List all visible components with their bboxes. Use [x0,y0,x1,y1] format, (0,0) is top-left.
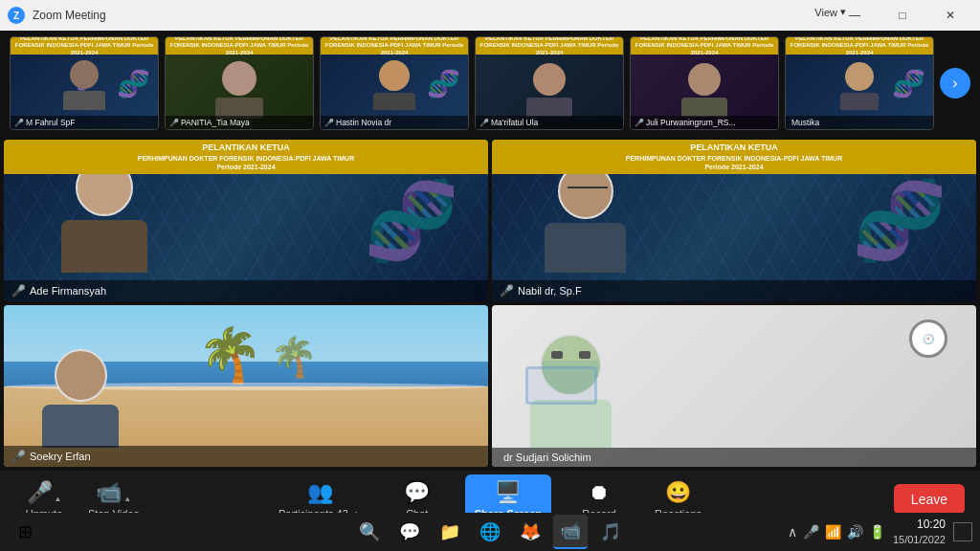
nabil-name-bar: 🎤 Nabil dr, Sp.F [492,280,976,301]
main-content: 🧬 PELANTIKAN KETUA PERHIMPUNAN DOKTER FO… [0,31,980,471]
video-arrow-icon: ▲ [123,495,131,503]
unmute-arrow-icon: ▲ [55,495,62,503]
chat-taskbar-icon: 💬 [399,521,420,542]
video-tile-sudjari[interactable]: 🕙 d [492,305,976,467]
video-icon: 📹 [96,480,122,505]
thumb-fahrul-name: 🎤 M Fahrul SpF [11,116,158,129]
participants-icon: 👥 [307,480,333,505]
nabil-name: Nabil dr, Sp.F [518,285,582,297]
video-tile-soekry[interactable]: 🌴 🌴 🎤 Soekry Erfan [4,305,488,467]
thumb-hastin[interactable]: 🧬 PELANTIKAN KETUA PERHIMPUNAN DOKTER FO… [320,36,469,130]
browser-taskbar-button[interactable]: 🌐 [473,515,507,549]
zoom-taskbar-icon: 📹 [560,520,581,541]
thumb-marifatul-name: 🎤 Ma'rifatul Ula [476,116,623,129]
sudjari-name: dr Sudjari Solichim [503,452,591,463]
ade-name: Ade Firmansyah [30,285,106,297]
time-display: 10:20 [893,517,946,533]
mic-muted-icon: 🎤 [14,119,24,127]
thumb-marifatul[interactable]: PELANTIKAN KETUA PERHIMPUNAN DOKTER FORE… [475,36,624,130]
leave-button[interactable]: Leave [894,484,965,515]
system-tray: ∧ 🎤 📶 🔊 🔋 [788,524,885,540]
mic-off-icon: 🎤 [27,480,53,505]
wifi-tray-icon[interactable]: 📶 [825,524,841,540]
tray-expand-icon[interactable]: ∧ [788,524,797,540]
mic-muted-icon-3: 🎤 [324,119,334,127]
soekry-name-bar: 🎤 Soekry Erfan [4,446,488,467]
thumb-fahrul[interactable]: 🧬 PELANTIKAN KETUA PERHIMPUNAN DOKTER FO… [10,36,159,130]
soekry-name: Soekry Erfan [30,451,91,462]
chat-taskbar-button[interactable]: 💬 [392,515,427,549]
video-tile-nabil[interactable]: 🧬 PELANTIKAN KETUA PERHIMPUNAN DOKTER FO… [492,140,976,301]
chevron-down-icon: ▾ [840,6,846,18]
nabil-banner: PELANTIKAN KETUA PERHIMPUNAN DOKTER FORE… [492,140,976,174]
folder-taskbar-icon: 📁 [439,521,460,542]
titlebar-controls: — □ ✕ [833,0,972,31]
thumb-tia[interactable]: PELANTIKAN KETUA PERHIMPUNAN DOKTER FORE… [165,36,314,130]
record-icon: ⏺ [589,480,610,505]
titlebar-left: Z Zoom Meeting [8,7,106,24]
share-screen-icon: 🖥️ [495,480,521,505]
browser-taskbar-icon: 🌐 [479,521,501,542]
firefox-taskbar-button[interactable]: 🦊 [513,515,547,549]
thumb-juli-name: 🎤 Juli Purwaningrum_RS... [631,116,778,129]
start-button[interactable]: ⊞ [8,515,42,549]
thumb-juli[interactable]: PELANTIKAN KETUA PERHIMPUNAN DOKTER FORE… [630,36,779,130]
view-button[interactable]: View ▾ [814,6,846,18]
mic-muted-icon-2: 🎤 [169,119,179,127]
ade-name-bar: 🎤 Ade Firmansyah [4,280,488,301]
thumb-marifatul-banner: PELANTIKAN KETUA PERHIMPUNAN DOKTER FORE… [476,37,623,55]
taskbar-center: 🔍 💬 📁 🌐 🦊 📹 🎵 [352,515,628,549]
folder-taskbar-button[interactable]: 📁 [433,515,467,549]
toolbar-right: Leave [894,484,965,515]
ade-banner: PELANTIKAN KETUA PERHIMPUNAN DOKTER FORE… [4,140,488,174]
firefox-taskbar-icon: 🦊 [520,521,541,542]
sudjari-name-bar: dr Sudjari Solichim [492,448,976,467]
taskbar-clock[interactable]: 10:20 15/01/2022 [893,517,946,547]
date-display: 15/01/2022 [893,533,946,547]
thumb-juli-banner: PELANTIKAN KETUA PERHIMPUNAN DOKTER FORE… [631,37,778,55]
thumb-tia-name: 🎤 PANITIA_Tia Maya [166,116,313,129]
soekry-mic-icon: 🎤 [11,450,26,463]
ade-mic-icon: 🎤 [11,284,26,298]
search-taskbar-button[interactable]: 🔍 [352,515,387,549]
thumb-tia-banner: PELANTIKAN KETUA PERHIMPUNAN DOKTER FORE… [166,37,313,55]
close-button[interactable]: ✕ [928,0,972,31]
thumb-mustika[interactable]: 🧬 PELANTIKAN KETUA PERHIMPUNAN DOKTER FO… [785,36,934,130]
thumb-mustika-banner: PELANTIKAN KETUA PERHIMPUNAN DOKTER FORE… [786,37,933,55]
volume-tray-icon[interactable]: 🔊 [847,524,863,540]
titlebar-title: Zoom Meeting [33,9,106,22]
windows-icon: ⊞ [18,521,33,542]
maximize-button[interactable]: □ [880,0,924,31]
zoom-taskbar-button[interactable]: 📹 [553,515,588,549]
video-grid: 🧬 PELANTIKAN KETUA PERHIMPUNAN DOKTER FO… [0,136,980,471]
view-label: View [814,7,837,18]
next-participants-button[interactable]: › [940,68,970,99]
mic-tray-icon[interactable]: 🎤 [803,524,819,540]
mic-muted-icon-5: 🎤 [635,119,644,127]
battery-tray-icon[interactable]: 🔋 [869,524,885,540]
thumb-hastin-banner: PELANTIKAN KETUA PERHIMPUNAN DOKTER FORE… [321,37,468,55]
nabil-mic-icon: 🎤 [500,284,514,298]
music-taskbar-icon: 🎵 [600,521,621,542]
mic-muted-icon-4: 🎤 [479,119,489,127]
search-taskbar-icon: 🔍 [359,521,380,542]
reactions-icon: 😀 [665,480,691,505]
video-tile-ade[interactable]: 🧬 PELANTIKAN KETUA PERHIMPUNAN DOKTER FO… [4,140,488,301]
chevron-right-icon: › [952,75,957,92]
show-desktop-button[interactable] [953,522,972,541]
thumb-fahrul-banner: PELANTIKAN KETUA PERHIMPUNAN DOKTER FORE… [11,37,158,55]
zoom-icon: Z [8,7,25,24]
chat-icon: 💬 [404,480,430,505]
music-taskbar-button[interactable]: 🎵 [593,515,628,549]
windows-taskbar: ⊞ 🔍 💬 📁 🌐 🦊 📹 🎵 ∧ 🎤 📶 🔊 [0,513,980,551]
titlebar: Z Zoom Meeting View ▾ — □ ✕ [0,0,980,31]
top-participant-strip: 🧬 PELANTIKAN KETUA PERHIMPUNAN DOKTER FO… [0,31,980,136]
taskbar-right: ∧ 🎤 📶 🔊 🔋 10:20 15/01/2022 [788,517,972,547]
taskbar-left: ⊞ [8,515,42,549]
thumb-hastin-name: 🎤 Hastin Novia dr [321,116,468,129]
thumb-mustika-name: Mustika [786,116,933,129]
